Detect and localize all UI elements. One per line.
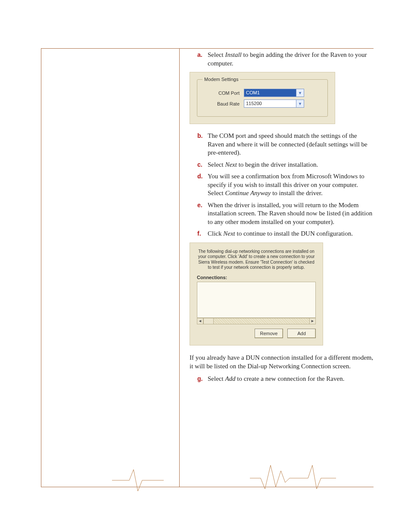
- modem-settings-screenshot: Modem Settings COM Port COM1 ▼ Baud Rate…: [190, 72, 335, 124]
- step-letter: f.: [197, 230, 208, 238]
- baud-rate-value: 115200: [244, 100, 296, 107]
- rule-left: [41, 48, 41, 487]
- step-text: to continue to install the DUN configu­r…: [235, 230, 353, 237]
- step-em: Continue Anyway: [225, 190, 271, 196]
- modem-settings-legend: Modem Settings: [202, 77, 240, 82]
- dun-screenshot: The following dial-up networking connect…: [190, 243, 323, 345]
- step-body: The COM port and speed should match the …: [208, 132, 374, 157]
- step-a: a. Select Install to begin adding the dr…: [197, 51, 374, 68]
- modem-settings-fieldset: Modem Settings COM Port COM1 ▼ Baud Rate…: [197, 77, 328, 117]
- rule-top: [41, 48, 374, 49]
- step-letter: c.: [197, 161, 208, 169]
- scrollbar-thumb[interactable]: [203, 318, 214, 324]
- step-letter: d.: [197, 172, 208, 198]
- step-f: f. Click Next to continue to install the…: [197, 230, 374, 238]
- step-text: Click: [208, 230, 223, 237]
- step-em: Next: [223, 230, 235, 237]
- add-button[interactable]: Add: [287, 329, 316, 338]
- step-b: b. The COM port and speed should match t…: [197, 132, 374, 157]
- chevron-down-icon[interactable]: ▼: [296, 100, 304, 107]
- dun-intro-text: The following dial-up networking connect…: [197, 249, 316, 271]
- step-em: Next: [225, 161, 237, 168]
- step-letter: e.: [197, 201, 208, 227]
- step-letter: b.: [197, 132, 208, 157]
- chevron-down-icon[interactable]: ▼: [296, 89, 304, 96]
- step-body: Select Install to begin adding the drive…: [208, 51, 374, 68]
- com-port-row: COM Port COM1 ▼: [202, 89, 322, 97]
- content-column: a. Select Install to begin adding the dr…: [190, 51, 374, 387]
- baud-rate-combobox[interactable]: 115200 ▼: [244, 100, 304, 108]
- step-text: to begin the driver installation.: [237, 161, 318, 168]
- step-body: Select Next to begin the driver installa…: [208, 161, 374, 169]
- remove-button[interactable]: Remove: [255, 329, 283, 338]
- connections-listbox[interactable]: [197, 282, 316, 318]
- wave-decoration-1: [112, 467, 164, 493]
- step-em: Add: [225, 375, 235, 382]
- scroll-left-icon[interactable]: ◄: [197, 318, 203, 324]
- step-text: to install the driver.: [271, 190, 322, 196]
- com-port-label: COM Port: [202, 90, 240, 96]
- wave-decoration-2: [250, 463, 336, 493]
- step-em: Install: [225, 51, 241, 58]
- step-body: Select Add to create a new connection fo…: [208, 375, 374, 383]
- step-letter: g.: [197, 375, 208, 383]
- com-port-combobox[interactable]: COM1 ▼: [244, 89, 304, 97]
- step-text: Select: [208, 51, 225, 58]
- step-d: d. You will see a confirmation box from …: [197, 172, 374, 198]
- step-text: Select: [208, 375, 225, 382]
- horizontal-scrollbar[interactable]: ◄ ►: [197, 318, 316, 324]
- step-body: You will see a confirmation box from Mic…: [208, 172, 374, 198]
- step-body: Click Next to continue to install the DU…: [208, 230, 374, 238]
- step-g: g. Select Add to create a new connection…: [197, 375, 374, 383]
- baud-rate-label: Baud Rate: [202, 101, 240, 106]
- step-text: to create a new connection for the Raven…: [236, 375, 345, 382]
- step-e: e. When the driver is installed, you wil…: [197, 201, 374, 227]
- rule-mid: [179, 48, 180, 487]
- dun-note-paragraph: If you already have a DUN connection ins…: [190, 353, 374, 371]
- scroll-right-icon[interactable]: ►: [309, 318, 316, 324]
- step-body: When the driver is installed, you will r…: [208, 201, 374, 227]
- dun-button-row: Remove Add: [197, 329, 316, 338]
- step-c: c. Select Next to begin the driver insta…: [197, 161, 374, 169]
- step-letter: a.: [197, 51, 208, 68]
- com-port-value: COM1: [244, 89, 296, 96]
- document-page: a. Select Install to begin adding the dr…: [0, 0, 411, 532]
- connections-label: Connections:: [197, 275, 316, 280]
- baud-rate-row: Baud Rate 115200 ▼: [202, 100, 322, 108]
- step-text: Select: [208, 161, 225, 168]
- scrollbar-track[interactable]: [214, 318, 309, 324]
